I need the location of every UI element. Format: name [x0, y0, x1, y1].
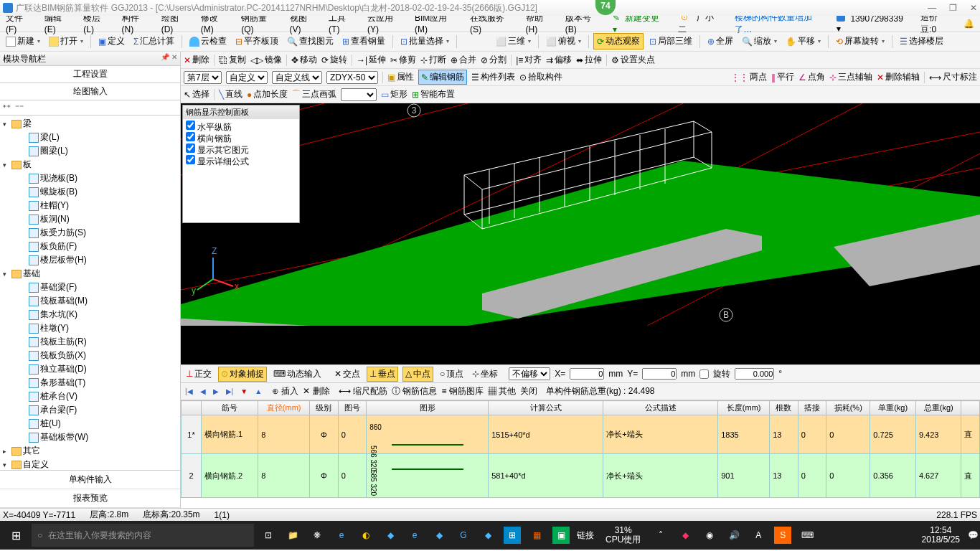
pointangle-button[interactable]: ∠点角 — [798, 71, 825, 83]
pan-button[interactable]: ✋平移 — [783, 34, 824, 49]
edge-icon[interactable]: e — [333, 527, 350, 544]
twopoint-button[interactable]: ⋮⋮两点 — [731, 71, 767, 83]
perp-toggle[interactable]: ⊥垂点 — [367, 367, 398, 382]
tab-draw-input[interactable]: 绘图输入 — [0, 83, 180, 100]
delete-button[interactable]: ✕删除 — [184, 54, 209, 66]
opt-horizontal[interactable]: 水平纵筋 — [186, 121, 296, 132]
sumcalc-button[interactable]: Σ汇总计算 — [131, 34, 177, 49]
notifications-icon[interactable]: 💬 — [966, 530, 980, 540]
rotate-input[interactable] — [735, 368, 774, 380]
ie-icon[interactable]: e — [406, 527, 423, 544]
notification-badge[interactable]: 74 — [595, 0, 616, 15]
tray-up-icon[interactable]: ˄ — [652, 527, 669, 544]
element-tree[interactable]: ▾梁 梁(L) 圈梁(L) ▾板 现浇板(B) 螺旋板(B) 柱帽(Y) 板洞(… — [0, 116, 180, 470]
move-button[interactable]: ✥移动 — [291, 54, 317, 66]
app-icon-7[interactable]: ⊞ — [504, 527, 521, 544]
dyninput-toggle[interactable]: ⌨动态输入 — [271, 367, 324, 381]
define-button[interactable]: ▣定义 — [95, 34, 128, 49]
opt-transverse[interactable]: 横向钢筋 — [186, 132, 296, 143]
selfloor-button[interactable]: ☰选择楼层 — [897, 34, 946, 49]
elemlist-button[interactable]: ☰构件列表 — [471, 71, 515, 83]
rebar-table[interactable]: 筋号直径(mm) 级别图号图形 计算公式公式描述 长度(mm)根数搭接 损耗(%… — [181, 400, 980, 508]
collapse-icon[interactable]: ⁻⁻ — [15, 103, 24, 113]
objsnap-toggle[interactable]: ⊙对象捕捉 — [218, 367, 267, 382]
tab-single-element[interactable]: 单构件输入 — [0, 471, 180, 489]
rebarinfo-button[interactable]: ⓘ 钢筋信息 — [392, 385, 437, 397]
link-label[interactable]: 链接 — [577, 527, 594, 544]
scale-button[interactable]: ⟷ 缩尺配筋 — [339, 385, 387, 397]
break-button[interactable]: ⊹打断 — [420, 54, 446, 66]
copy-button[interactable]: ⿻复制 — [219, 54, 246, 66]
offset-button[interactable]: ⇉偏移 — [546, 54, 572, 66]
extend-button[interactable]: →|延伸 — [357, 54, 386, 66]
ortho-toggle[interactable]: ⊥正交 — [184, 367, 214, 381]
app-icon-5[interactable]: G — [455, 527, 472, 544]
close-button[interactable]: ✕ — [970, 3, 977, 13]
endpoint-toggle[interactable]: ○顶点 — [438, 367, 466, 381]
tab-report-preview[interactable]: 报表预览 — [0, 489, 180, 508]
viewport[interactable]: 3 B Z x y 钢筋显示控制面板 水平纵筋 横向钢筋 显示其它图元 显示详细… — [181, 103, 980, 364]
mid-toggle[interactable]: △中点 — [402, 367, 433, 382]
minimize-button[interactable]: — — [928, 3, 936, 13]
rotate-check[interactable] — [699, 369, 709, 379]
last-button[interactable]: ▶| — [225, 387, 235, 395]
viewrebar-button[interactable]: ⊞查看钢量 — [339, 34, 388, 49]
smartlayout-button[interactable]: ⊞智能布置 — [412, 88, 455, 100]
search-box[interactable]: ○在这里输入你要搜索的内容 — [32, 524, 254, 547]
dynview-button[interactable]: ⟳动态观察 — [593, 33, 644, 50]
tray-icon-3[interactable]: 🔊 — [725, 527, 743, 544]
nav-down-button[interactable]: ▼ — [239, 387, 249, 395]
threed-button[interactable]: ⬜三维 — [493, 34, 534, 49]
floor-select[interactable]: 第7层 — [184, 71, 222, 84]
align-button[interactable]: |≡对齐 — [516, 54, 542, 66]
app-icon-6[interactable]: ◆ — [479, 527, 496, 544]
threearc-button[interactable]: ⌒三点画弧 — [292, 88, 336, 100]
split-button[interactable]: ⊘分割 — [481, 54, 507, 66]
setpoint-button[interactable]: ⚙设置夹点 — [611, 54, 655, 66]
select-button[interactable]: ↖选择 — [184, 88, 209, 100]
rebarlib-button[interactable]: ≡ 钢筋图库 — [441, 385, 483, 397]
app-icon-8[interactable]: ▦ — [528, 527, 545, 544]
app-icon-1[interactable]: ❋ — [308, 527, 326, 544]
tray-icon-5[interactable]: S — [774, 527, 791, 544]
findelem-button[interactable]: 🔍查找图元 — [284, 34, 336, 49]
nav-up-button[interactable]: ▲ — [253, 387, 263, 395]
element-select[interactable]: ZDYX-50 — [326, 71, 378, 84]
open-button[interactable]: 打开 — [46, 34, 86, 49]
pickelem-button[interactable]: ⊙拾取构件 — [519, 71, 562, 83]
tray-icon-1[interactable]: ◆ — [677, 527, 694, 544]
merge-button[interactable]: ⊕合并 — [451, 54, 476, 66]
maximize-button[interactable]: ❐ — [949, 3, 957, 13]
tray-icon-6[interactable]: ⌨ — [798, 527, 816, 544]
explorer-icon[interactable]: 📁 — [284, 527, 301, 544]
fullscreen-button[interactable]: ⊕全屏 — [705, 34, 736, 49]
first-button[interactable]: |◀ — [184, 387, 194, 395]
trim-button[interactable]: ✂修剪 — [390, 54, 416, 66]
app-icon-2[interactable]: ◐ — [357, 527, 374, 544]
coord-toggle[interactable]: ⊹坐标 — [470, 367, 500, 381]
app-icon-3[interactable]: ◆ — [382, 527, 399, 544]
taskview-icon[interactable]: ⊡ — [260, 527, 277, 544]
tray-icon-2[interactable]: ◉ — [701, 527, 718, 544]
stretch-button[interactable]: ⬌拉伸 — [576, 54, 602, 66]
opt-detail-formula[interactable]: 显示详细公式 — [186, 155, 296, 166]
dimmark-button[interactable]: ⟷尺寸标注 — [929, 71, 977, 83]
insert-button[interactable]: ⊕ 插入 — [272, 385, 298, 397]
offset-mode[interactable]: 不偏移 — [509, 367, 550, 380]
rect-button[interactable]: ▭矩形 — [381, 88, 407, 100]
clock[interactable]: 12:542018/5/25 — [916, 526, 966, 545]
tab-project-settings[interactable]: 工程设置 — [0, 66, 180, 83]
parallel-button[interactable]: ‖平行 — [771, 71, 794, 83]
attr-button[interactable]: ▣属性 — [387, 71, 414, 83]
ptlen-button[interactable]: ●点加长度 — [247, 88, 288, 100]
screenrot-button[interactable]: ⟲屏幕旋转 — [833, 34, 887, 49]
expand-icon[interactable]: ⁺⁺ — [2, 103, 11, 113]
arc-select[interactable] — [341, 88, 377, 101]
app-icon-9[interactable]: ▣ — [552, 527, 570, 544]
cpu-meter[interactable]: 31%CPU使用 — [600, 526, 646, 545]
delaux-button[interactable]: ✕删除辅轴 — [877, 71, 920, 83]
cloudcheck-button[interactable]: 云检查 — [187, 34, 230, 49]
y-input[interactable] — [642, 368, 677, 380]
intersect-toggle[interactable]: ✕交点 — [332, 367, 362, 381]
zoom-button[interactable]: 🔍缩放 — [739, 34, 780, 49]
